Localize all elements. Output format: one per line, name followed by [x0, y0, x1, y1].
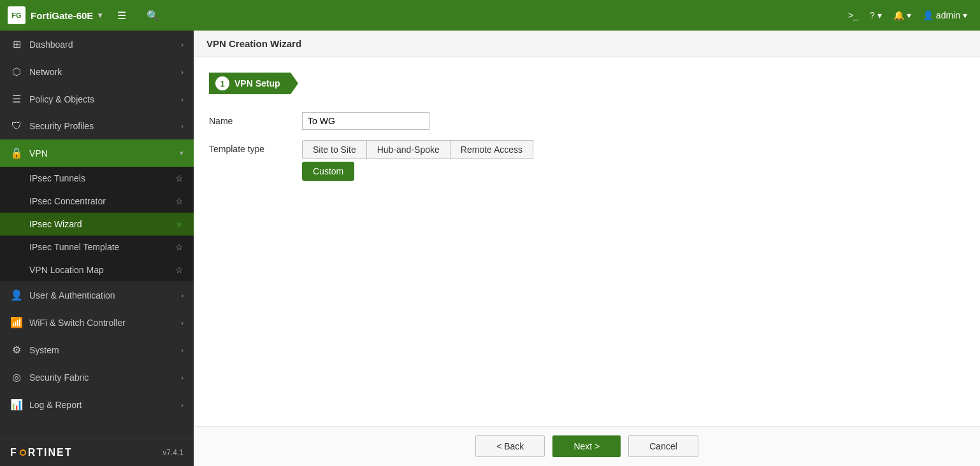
ipsec-concentrator-label: IPsec Concentrator	[29, 196, 106, 206]
sidebar-item-dashboard[interactable]: ⊞ Dashboard ›	[0, 31, 194, 58]
bell-chevron: ▾	[907, 10, 911, 20]
back-button[interactable]: < Back	[475, 435, 545, 457]
sidebar-item-network[interactable]: ⬡ Network ›	[0, 58, 194, 85]
system-chevron: ›	[181, 346, 184, 354]
step-badge: 1 VPN Setup	[209, 73, 298, 94]
ipsec-tunnel-template-label: IPsec Tunnel Template	[29, 242, 119, 252]
sidebar-footer: F RTINET v7.4.1	[0, 439, 194, 466]
sidebar-item-wifi-switch[interactable]: 📶 WiFi & Switch Controller ›	[0, 309, 194, 336]
sidebar-subitem-ipsec-tunnel-template[interactable]: IPsec Tunnel Template ☆	[0, 236, 194, 258]
sidebar-item-log-left: 📊 Log & Report	[10, 399, 82, 411]
sidebar-item-user-auth[interactable]: 👤 User & Authentication ›	[0, 281, 194, 309]
sidebar-item-security-profiles-label: Security Profiles	[29, 121, 94, 131]
bell-icon: 🔔	[893, 10, 904, 20]
next-button[interactable]: Next >	[552, 435, 621, 457]
template-hub-and-spoke-button[interactable]: Hub-and-Spoke	[366, 140, 450, 159]
topbar: FG FortiGate-60E ▾ ☰ 🔍 >_ ? ▾ 🔔 ▾ 👤 admi…	[0, 0, 980, 31]
admin-icon: 👤	[923, 10, 933, 20]
ipsec-tunnel-template-star[interactable]: ☆	[175, 242, 184, 252]
sidebar-item-dashboard-label: Dashboard	[29, 39, 73, 50]
admin-label: admin	[936, 10, 960, 20]
help-icon: ?	[870, 10, 875, 20]
fortinet-logo: F RTINET	[10, 447, 73, 458]
sidebar-subitem-ipsec-concentrator[interactable]: IPsec Concentrator ☆	[0, 190, 194, 213]
security-profiles-chevron: ›	[181, 122, 184, 130]
sidebar-subitem-ipsec-wizard[interactable]: IPsec Wizard ★	[0, 213, 194, 236]
template-type-label: Template type	[209, 140, 292, 154]
sidebar-item-policy-label: Policy & Objects	[29, 94, 94, 104]
sidebar-item-dashboard-left: ⊞ Dashboard	[10, 38, 73, 50]
security-profiles-icon: 🛡	[10, 120, 23, 132]
sidebar-item-policy-left: ☰ Policy & Objects	[10, 93, 94, 105]
brand-chevron[interactable]: ▾	[98, 11, 102, 20]
sidebar-item-system-left: ⚙ System	[10, 344, 59, 356]
brand-icon-text: FG	[11, 11, 21, 19]
search-button[interactable]: 🔍	[141, 7, 164, 24]
bottom-bar: < Back Next > Cancel	[194, 426, 980, 466]
vpn-chevron: ▾	[180, 149, 184, 157]
sidebar-item-vpn[interactable]: 🔒 VPN ▾	[0, 139, 194, 167]
brand-name: FortiGate-60E	[31, 10, 93, 21]
sidebar-item-security-profiles-left: 🛡 Security Profiles	[10, 120, 94, 132]
fortinet-logo-text: F	[10, 447, 18, 458]
sidebar-item-system[interactable]: ⚙ System ›	[0, 336, 194, 364]
template-site-to-site-button[interactable]: Site to Site	[302, 140, 367, 159]
step-label: VPN Setup	[234, 78, 280, 88]
vpn-location-map-label: VPN Location Map	[29, 265, 104, 275]
admin-menu-button[interactable]: 👤 admin ▾	[918, 8, 972, 23]
vpn-location-map-star[interactable]: ☆	[175, 265, 184, 275]
user-auth-icon: 👤	[10, 289, 23, 301]
policy-icon: ☰	[10, 93, 23, 105]
ipsec-tunnels-star[interactable]: ☆	[175, 173, 184, 183]
terminal-icon: >_	[848, 10, 858, 20]
sidebar-item-security-profiles[interactable]: 🛡 Security Profiles ›	[0, 113, 194, 139]
security-fabric-chevron: ›	[181, 374, 184, 381]
security-fabric-icon: ◎	[10, 371, 23, 383]
user-auth-chevron: ›	[181, 292, 184, 299]
ipsec-wizard-star[interactable]: ★	[175, 219, 184, 229]
log-report-chevron: ›	[181, 401, 184, 409]
log-report-icon: 📊	[10, 399, 23, 411]
wizard-step: 1 VPN Setup	[209, 73, 965, 94]
sidebar-item-system-label: System	[29, 345, 59, 355]
sidebar-item-security-fabric-label: Security Fabric	[29, 372, 89, 383]
menu-toggle-button[interactable]: ☰	[112, 7, 131, 24]
fortinet-logo-o	[20, 449, 26, 456]
admin-chevron: ▾	[963, 10, 967, 20]
sidebar-item-security-fabric[interactable]: ◎ Security Fabric ›	[0, 364, 194, 391]
network-chevron: ›	[181, 68, 184, 76]
sidebar-item-policy-objects[interactable]: ☰ Policy & Objects ›	[0, 85, 194, 113]
topbar-left: FG FortiGate-60E ▾ ☰ 🔍	[8, 6, 164, 24]
page-header: VPN Creation Wizard	[194, 31, 980, 57]
wifi-chevron: ›	[181, 319, 184, 327]
template-buttons: Site to Site Hub-and-Spoke Remote Access	[302, 140, 533, 159]
sidebar-item-user-auth-label: User & Authentication	[29, 290, 115, 300]
notifications-button[interactable]: 🔔 ▾	[888, 8, 916, 23]
sidebar-subitem-vpn-location-map[interactable]: VPN Location Map ☆	[0, 258, 194, 281]
sidebar-item-user-auth-left: 👤 User & Authentication	[10, 289, 115, 301]
template-custom-button[interactable]: Custom	[302, 162, 354, 181]
brand-icon: FG	[8, 6, 25, 24]
ipsec-wizard-label: IPsec Wizard	[29, 219, 82, 229]
template-buttons-group: Site to Site Hub-and-Spoke Remote Access…	[302, 140, 533, 181]
sidebar: ⊞ Dashboard › ⬡ Network › ☰ Policy & Obj…	[0, 31, 194, 466]
template-remote-access-button[interactable]: Remote Access	[450, 140, 533, 159]
help-chevron: ▾	[877, 10, 882, 20]
name-row: Name	[209, 112, 965, 130]
cancel-button[interactable]: Cancel	[628, 435, 698, 457]
sidebar-item-vpn-label: VPN	[29, 148, 48, 159]
step-number: 1	[215, 76, 229, 90]
help-button[interactable]: ? ▾	[865, 8, 887, 23]
sidebar-item-wifi-label: WiFi & Switch Controller	[29, 318, 126, 328]
sidebar-item-wifi-left: 📶 WiFi & Switch Controller	[10, 316, 126, 328]
name-input[interactable]	[302, 112, 429, 130]
sidebar-item-log-report[interactable]: 📊 Log & Report ›	[0, 391, 194, 418]
brand: FG FortiGate-60E ▾	[8, 6, 102, 24]
sidebar-item-security-fabric-left: ◎ Security Fabric	[10, 371, 89, 383]
content: 1 VPN Setup Name Template type Site to S…	[194, 57, 980, 426]
terminal-button[interactable]: >_	[843, 8, 863, 23]
page-title: VPN Creation Wizard	[206, 38, 301, 49]
sidebar-subitem-ipsec-tunnels[interactable]: IPsec Tunnels ☆	[0, 167, 194, 190]
ipsec-concentrator-star[interactable]: ☆	[175, 196, 184, 206]
wifi-icon: 📶	[10, 316, 23, 328]
